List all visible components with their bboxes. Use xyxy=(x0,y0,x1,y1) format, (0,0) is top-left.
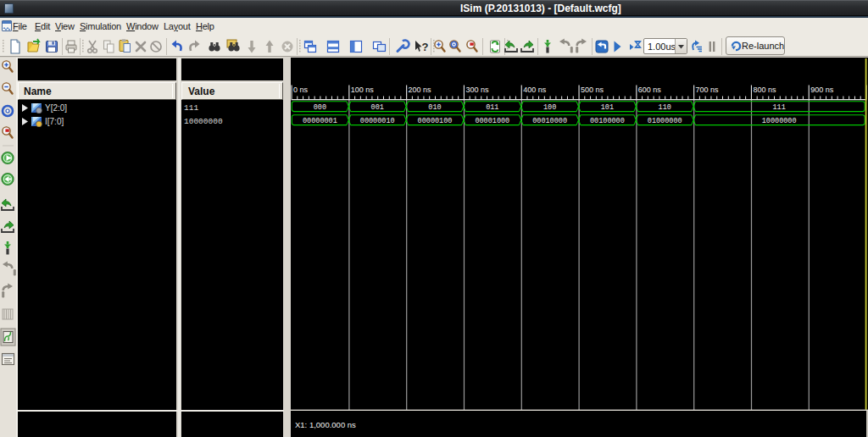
svg-text:00000010: 00000010 xyxy=(360,117,395,125)
svg-text:011: 011 xyxy=(486,103,498,112)
svg-text:?: ? xyxy=(422,41,429,53)
svg-text:100: 100 xyxy=(543,103,556,112)
svg-text:000: 000 xyxy=(314,103,326,112)
svg-text:00000001: 00000001 xyxy=(303,117,337,125)
svg-text:700 ns: 700 ns xyxy=(696,86,720,94)
svg-text:200 ns: 200 ns xyxy=(409,86,432,94)
svg-text:01000000: 01000000 xyxy=(648,117,682,125)
svg-text:00010000: 00010000 xyxy=(532,117,567,125)
svg-text:500 ns: 500 ns xyxy=(581,86,604,94)
svg-text:110: 110 xyxy=(659,103,671,112)
svg-text:100 ns: 100 ns xyxy=(351,86,375,94)
svg-text:101: 101 xyxy=(601,103,614,112)
svg-text:111: 111 xyxy=(772,103,785,112)
svg-text:00000100: 00000100 xyxy=(418,117,453,125)
svg-text:00100000: 00100000 xyxy=(590,117,625,125)
svg-text:010: 010 xyxy=(428,103,441,112)
svg-text:10000000: 10000000 xyxy=(762,117,797,125)
svg-text:600 ns: 600 ns xyxy=(638,86,662,94)
svg-text:800 ns: 800 ns xyxy=(753,86,776,94)
svg-text:300 ns: 300 ns xyxy=(465,86,489,94)
svg-text:400 ns: 400 ns xyxy=(523,86,547,94)
svg-text:900 ns: 900 ns xyxy=(810,86,834,94)
svg-text:00001000: 00001000 xyxy=(475,117,509,125)
svg-text:001: 001 xyxy=(371,103,384,112)
svg-text:0 ns: 0 ns xyxy=(293,86,309,94)
